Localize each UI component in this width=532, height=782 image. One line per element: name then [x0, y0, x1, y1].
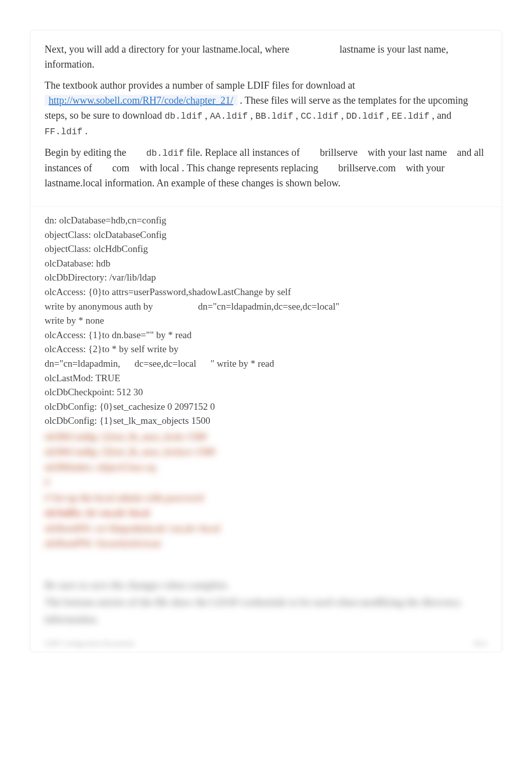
note-line: Be sure to save the changes when complet…: [45, 577, 487, 594]
file-bb: BB.ldif: [255, 111, 294, 121]
text: . This change represents replacing: [182, 162, 321, 173]
code-line: dn: olcDatabase=hdb,cn=config: [45, 214, 487, 227]
text: with your: [368, 147, 409, 158]
text: file. Replace all instances of: [186, 147, 302, 158]
sep: ,: [296, 110, 301, 121]
paragraph-2: The textbook author provides a number of…: [45, 78, 487, 139]
sep-end: .: [85, 125, 88, 136]
val-lastnamelocal: lastname.local: [45, 177, 102, 188]
sep-and: , and: [432, 110, 451, 121]
instruction-text: Next, you will add a directory for your …: [31, 31, 501, 206]
text: Begin by editing the: [45, 147, 129, 158]
text: The textbook author provides a number of…: [45, 80, 355, 91]
text: with: [139, 162, 160, 173]
document-card: Next, you will add a directory for your …: [30, 30, 502, 652]
file-cc: CC.ldif: [301, 111, 339, 121]
file-ee: EE.ldif: [392, 111, 430, 121]
val-brillservecom: brillserve.com: [338, 162, 396, 173]
file-db: db.ldif: [164, 111, 202, 121]
file-dd: DD.ldif: [346, 111, 384, 121]
sep: ,: [205, 110, 210, 121]
paragraph-3: Begin by editing the db.ldif file. Repla…: [45, 145, 487, 190]
code-line: olcDbConfig: {1}set_lk_max_objects 1500: [45, 414, 487, 428]
blurred-notes: Be sure to save the changes when complet…: [31, 561, 501, 640]
ldif-code-block: dn: olcDatabase=hdb,cn=config objectClas…: [31, 206, 501, 561]
code-line: olcDbConfig: {0}set_cachesize 0 2097152 …: [45, 400, 487, 414]
file-ff: FF.ldif: [45, 127, 83, 137]
code-line: olcDbDirectory: /var/lib/ldap: [45, 271, 487, 285]
file-aa: AA.ldif: [210, 111, 248, 121]
code-line: olcDbCheckpoint: 512 30: [45, 386, 487, 399]
blurred-code: olcDbConfig: {2}set_lk_max_locks 1500 ol…: [45, 430, 487, 551]
code-line: dn="cn=ldapadmin, dc=see,dc=local " writ…: [45, 357, 487, 371]
code-line: olcAccess: {0}to attrs=userPassword,shad…: [45, 286, 487, 299]
note-line: The bottom entries of the file show the …: [45, 594, 487, 628]
text: information. An example of these changes…: [105, 177, 341, 188]
sep: ,: [387, 110, 392, 121]
code-line: olcAccess: {1}to dn.base="" by * read: [45, 329, 487, 342]
lastname-placeholder: lastname: [340, 44, 375, 55]
text: Next, you will add a directory for your …: [45, 44, 292, 55]
footer-right: Next: [474, 640, 487, 648]
file-ref: db.ldif: [146, 148, 184, 158]
val-local: local: [160, 162, 179, 173]
val-com: com: [112, 162, 129, 173]
code-line: write by anonymous auth bydn="cn=ldapadm…: [45, 300, 487, 314]
val-brillserve: brillserve: [320, 147, 358, 158]
code-line: write by * none: [45, 314, 487, 328]
sep: ,: [341, 110, 346, 121]
blurred-footer: LDIF Configuration Documents Next: [31, 640, 501, 652]
code-line: objectClass: olcHdbConfig: [45, 242, 487, 256]
footer-left: LDIF Configuration Documents: [45, 640, 135, 648]
download-link[interactable]: http://www.sobell.com/RH7/code/chapter_2…: [45, 95, 237, 106]
code-line: olcLastMod: TRUE: [45, 372, 487, 385]
code-line: olcDatabase: hdb: [45, 257, 487, 271]
paragraph-1: Next, you will add a directory for your …: [45, 42, 487, 72]
code-line: olcAccess: {2}to * by self write by: [45, 343, 487, 356]
val-lastname: last name: [409, 147, 447, 158]
text: with your: [406, 162, 444, 173]
code-line: objectClass: olcDatabaseConfig: [45, 228, 487, 242]
sep: ,: [250, 110, 255, 121]
